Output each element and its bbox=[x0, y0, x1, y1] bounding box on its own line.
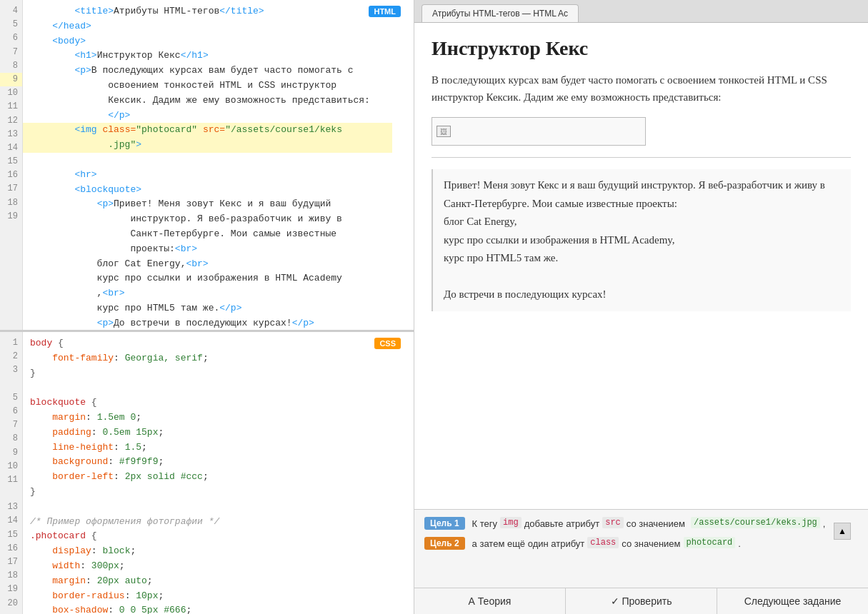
task-badge-1: Цель 1 bbox=[424, 517, 465, 530]
task-panel: ▲ Цель 1 К тегу img добавьте атрибут src… bbox=[414, 509, 868, 588]
check-button[interactable]: ✓ Проверить bbox=[566, 588, 717, 614]
broken-image-icon: 🖼 bbox=[437, 126, 451, 137]
blockquote-list-3: курс про HTML5 там же. bbox=[444, 252, 558, 263]
css-editor-section: CSS 1 2 3 5 6 7 8 9 10 11 13 14 15 16 17 bbox=[0, 332, 414, 614]
task2-dot: . bbox=[738, 537, 741, 551]
task2-pre: а затем ещё один атрибут bbox=[472, 537, 585, 551]
task1-post: со значением bbox=[627, 517, 685, 531]
browser-tab-bar: Атрибуты HTML-тегов — HTML Ac bbox=[414, 0, 868, 23]
right-panel: Атрибуты HTML-тегов — HTML Ac Инструктор… bbox=[414, 0, 868, 614]
css-code-editor[interactable]: 1 2 3 5 6 7 8 9 10 11 13 14 15 16 17 18 … bbox=[0, 332, 414, 614]
browser-tab[interactable]: Атрибуты HTML-тегов — HTML Ac bbox=[421, 4, 579, 22]
horizontal-rule bbox=[431, 157, 851, 158]
task1-pre: К тегу bbox=[472, 517, 497, 531]
html-line-numbers: 4 5 6 7 8 9 10 11 12 13 14 15 16 17 18 1… bbox=[0, 0, 23, 330]
blockquote-text-1: Привет! Меня зовут Кекс и я ваш будущий … bbox=[444, 179, 825, 209]
task-row-1: Цель 1 К тегу img добавьте атрибут src с… bbox=[424, 517, 858, 531]
blockquote-list-1: блог Cat Energy, bbox=[444, 216, 517, 227]
next-task-button[interactable]: Следующее задание bbox=[717, 588, 868, 614]
task-badge-2: Цель 2 bbox=[424, 537, 465, 550]
task1-tag: img bbox=[500, 517, 522, 528]
task1-mid: добавьте атрибут bbox=[524, 517, 600, 531]
css-badge: CSS bbox=[374, 338, 401, 349]
task2-val: photocard bbox=[684, 537, 736, 548]
browser-content: Инструктор Кекс В последующих курсах вам… bbox=[414, 23, 868, 509]
image-placeholder: 🖼 bbox=[431, 117, 646, 146]
left-panel: HTML 4 5 6 7 8 9 10 11 12 13 14 15 16 17… bbox=[0, 0, 414, 614]
blockquote-list-2: курс про ссылки и изображения в HTML Aca… bbox=[444, 234, 675, 246]
page-heading: Инструктор Кекс bbox=[431, 37, 851, 60]
task1-attr: src bbox=[602, 517, 624, 528]
intro-paragraph: В последующих курсах вам будет часто пом… bbox=[431, 71, 851, 106]
bottom-buttons: А Теория ✓ Проверить Следующее задание bbox=[414, 588, 868, 614]
html-editor-section: HTML 4 5 6 7 8 9 10 11 12 13 14 15 16 17… bbox=[0, 0, 414, 332]
task1-comma: , bbox=[823, 517, 826, 531]
task1-val: /assets/course1/keks.jpg bbox=[691, 517, 820, 528]
html-code-content[interactable]: <title>Атрибуты HTML-тегов</title> </hea… bbox=[23, 0, 414, 330]
blockquote: Привет! Меня зовут Кекс и я ваш будущий … bbox=[431, 169, 851, 311]
html-badge: HTML bbox=[369, 6, 401, 17]
theory-button[interactable]: А Теория bbox=[414, 588, 566, 614]
task-row-2: Цель 2 а затем ещё один атрибут class со… bbox=[424, 537, 858, 551]
css-line-numbers: 1 2 3 5 6 7 8 9 10 11 13 14 15 16 17 18 … bbox=[0, 332, 23, 614]
task2-attr: class bbox=[587, 537, 619, 548]
html-code-editor[interactable]: 4 5 6 7 8 9 10 11 12 13 14 15 16 17 18 1… bbox=[0, 0, 414, 330]
blockquote-text-2: До встречи в последующих курсах! bbox=[444, 288, 607, 300]
css-code-content[interactable]: body { font-family: Georgia, serif; } bl… bbox=[23, 332, 414, 614]
scroll-up-button[interactable]: ▲ bbox=[834, 523, 851, 540]
task2-mid: со значением bbox=[622, 537, 680, 551]
